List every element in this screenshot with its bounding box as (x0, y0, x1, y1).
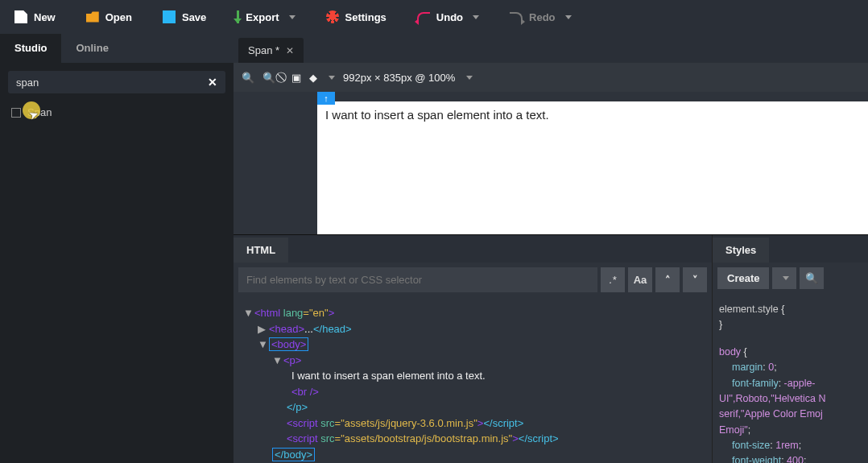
canvas-viewport[interactable]: ↑ I want to insert a span element into a… (234, 92, 868, 234)
new-button[interactable]: New (6, 6, 64, 28)
search-input[interactable] (16, 76, 208, 89)
save-label: Save (182, 11, 206, 23)
main-toolbar: New Open Save Export Settings Undo Redo (0, 0, 868, 34)
redo-button[interactable]: Redo (502, 6, 580, 28)
export-icon (237, 10, 239, 23)
caret-down-icon (329, 76, 335, 80)
caret-down-icon (473, 15, 479, 19)
clear-search-icon[interactable]: ✕ (208, 76, 217, 89)
css-rules[interactable]: element.style { } body { margin: 0; font… (713, 294, 868, 463)
styles-panel: Styles Create 🔍 element.style { } body {… (712, 235, 868, 463)
style-dropdown[interactable] (772, 267, 796, 289)
caret-down-icon (565, 15, 572, 19)
create-style-button[interactable]: Create (717, 267, 769, 289)
dom-tree[interactable]: ▼<html lang="en"> ▶<head>...</head> ▼<bo… (234, 297, 712, 463)
zoom-in-icon[interactable]: 🔍 (242, 72, 254, 84)
editor-area: Span * ✕ 🔍 🔍 ⃠ ▣ ◆ 992px × 835px @ 100% … (234, 34, 868, 463)
anchor-up-icon[interactable]: ↑ (317, 92, 335, 105)
image-icon[interactable]: ▣ (291, 72, 301, 84)
sidebar-tabs: Studio Online (0, 34, 234, 63)
file-icon (14, 10, 27, 23)
settings-label: Settings (345, 11, 386, 23)
document-tab-label: Span * (248, 44, 279, 56)
style-search-button[interactable]: 🔍 (800, 267, 824, 289)
undo-label: Undo (436, 11, 463, 23)
zoom-out-icon[interactable]: 🔍 (262, 72, 275, 84)
close-icon[interactable]: ✕ (286, 45, 294, 56)
document-tabs: Span * ✕ (234, 34, 868, 63)
export-button[interactable]: Export (229, 6, 303, 28)
folder-icon (86, 10, 99, 23)
regex-toggle[interactable]: .* (601, 267, 625, 292)
undo-button[interactable]: Undo (409, 6, 487, 28)
export-label: Export (246, 11, 279, 23)
caret-down-icon (289, 15, 296, 19)
tab-styles[interactable]: Styles (713, 238, 769, 263)
nav-up-button[interactable]: ˄ (655, 267, 680, 292)
gear-icon (326, 10, 339, 23)
layers-icon[interactable]: ◆ (309, 72, 317, 84)
dom-node-body-open[interactable]: <body> (269, 337, 308, 351)
tab-studio[interactable]: Studio (0, 34, 61, 63)
open-label: Open (105, 11, 132, 23)
dom-filter-input[interactable] (238, 267, 597, 292)
canvas-text: I want to insert a span element into a t… (325, 108, 549, 122)
document-tab-span[interactable]: Span * ✕ (238, 38, 304, 63)
case-toggle[interactable]: Aa (628, 267, 652, 292)
caret-down-icon[interactable] (466, 76, 473, 80)
dom-node-body-close[interactable]: </body> (272, 448, 315, 461)
html-panel: HTML .* Aa ˄ ˅ ▼<html lang="en"> ▶<head>… (234, 235, 712, 463)
left-sidebar: Studio Online ✕ ➤ Span (0, 34, 234, 463)
undo-icon (417, 12, 430, 22)
canvas-dimensions: 992px × 835px @ 100% (343, 72, 455, 84)
redo-label: Redo (529, 11, 556, 23)
new-label: New (34, 11, 56, 23)
tab-online[interactable]: Online (61, 34, 122, 63)
open-button[interactable]: Open (78, 6, 140, 28)
disk-icon (163, 10, 176, 23)
settings-button[interactable]: Settings (318, 6, 395, 28)
component-item-span[interactable]: ➤ Span (0, 101, 234, 123)
component-icon (11, 108, 21, 118)
save-button[interactable]: Save (155, 6, 214, 28)
tab-html[interactable]: HTML (234, 238, 288, 263)
component-search[interactable]: ✕ (8, 71, 225, 93)
nav-down-button[interactable]: ˅ (683, 267, 707, 292)
canvas[interactable]: I want to insert a span element into a t… (317, 101, 868, 234)
view-toolbar: 🔍 🔍 ⃠ ▣ ◆ 992px × 835px @ 100% (234, 63, 868, 92)
redo-icon (510, 12, 523, 22)
